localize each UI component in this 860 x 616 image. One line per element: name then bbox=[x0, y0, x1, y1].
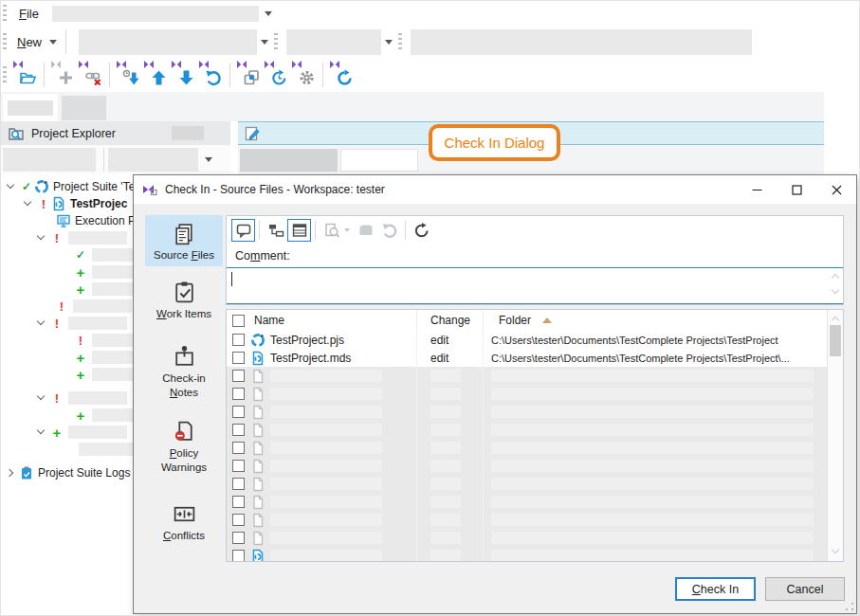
column-header-folder[interactable]: Folder bbox=[499, 314, 531, 327]
toolbar-grip[interactable] bbox=[3, 66, 7, 83]
table-row[interactable] bbox=[227, 547, 827, 562]
tree-chevron-icon[interactable] bbox=[5, 466, 19, 480]
refresh-button[interactable] bbox=[410, 219, 433, 242]
minimize-button[interactable] bbox=[737, 175, 777, 204]
select-all-checkbox[interactable] bbox=[232, 315, 245, 327]
table-row[interactable] bbox=[227, 367, 827, 385]
tree-view-button[interactable] bbox=[264, 219, 287, 242]
folder-path: C:\Users\tester\Documents\TestComplete P… bbox=[491, 353, 790, 364]
toolbar-combo[interactable] bbox=[286, 29, 381, 55]
file-type-icon bbox=[250, 513, 266, 528]
row-checkbox[interactable] bbox=[232, 460, 245, 472]
check-out-button[interactable] bbox=[170, 61, 197, 89]
row-checkbox[interactable] bbox=[232, 478, 245, 490]
get-latest-button[interactable] bbox=[115, 61, 142, 89]
column-header-change[interactable]: Change bbox=[430, 314, 470, 327]
undo-button[interactable] bbox=[377, 219, 401, 242]
sidebar-item-source-files[interactable]: Source Files bbox=[145, 215, 223, 266]
comment-input[interactable] bbox=[227, 267, 843, 304]
new-button[interactable]: New bbox=[11, 35, 46, 49]
sidebar-item-conflicts[interactable]: Conflicts bbox=[145, 496, 223, 547]
row-checkbox[interactable] bbox=[232, 352, 245, 364]
open-project-button[interactable] bbox=[11, 61, 39, 89]
chevron-down-icon[interactable] bbox=[344, 228, 350, 232]
chevron-down-icon[interactable] bbox=[832, 287, 839, 295]
toolbar-grip[interactable] bbox=[274, 33, 278, 50]
chevron-down-icon[interactable] bbox=[265, 11, 272, 16]
column-header-name[interactable]: Name bbox=[254, 314, 284, 327]
project-explorer-header[interactable]: Project Explorer bbox=[1, 121, 230, 145]
shelve-button[interactable] bbox=[354, 219, 377, 242]
dialog-titlebar[interactable]: Check In - Source Files - Workspace: tes… bbox=[134, 175, 856, 204]
maximize-button[interactable] bbox=[777, 175, 816, 204]
check-in-button[interactable] bbox=[142, 61, 170, 89]
table-row[interactable]: TestProject.mds edit C:\Users\tester\Doc… bbox=[227, 349, 827, 367]
edit-icon[interactable] bbox=[244, 125, 261, 142]
resize-grip[interactable] bbox=[845, 602, 854, 611]
find-button[interactable] bbox=[320, 219, 343, 242]
scroll-up-icon[interactable] bbox=[832, 315, 839, 322]
comment-label: Comment: bbox=[235, 249, 290, 263]
unbind-button[interactable] bbox=[77, 61, 104, 89]
active-tab[interactable] bbox=[3, 94, 58, 121]
sidebar-item-check-in-notes[interactable]: Check-in Notes bbox=[145, 338, 223, 404]
scrollbar-thumb[interactable] bbox=[830, 325, 841, 356]
panel-header-placeholder bbox=[172, 126, 204, 140]
cancel-button[interactable]: Cancel bbox=[765, 577, 845, 601]
toolbar-combo[interactable] bbox=[79, 29, 257, 55]
row-checkbox[interactable] bbox=[232, 424, 245, 436]
add-button[interactable] bbox=[49, 61, 77, 89]
menu-file[interactable]: File bbox=[11, 4, 48, 24]
row-checkbox[interactable] bbox=[232, 370, 245, 382]
sidebar-item-policy-warnings[interactable]: Policy Warnings bbox=[145, 413, 223, 479]
table-row[interactable] bbox=[227, 421, 827, 439]
toolbar-grip[interactable] bbox=[3, 5, 7, 22]
toolbar-grip[interactable] bbox=[3, 33, 7, 50]
table-row[interactable] bbox=[227, 529, 827, 547]
tab-placeholder[interactable] bbox=[340, 149, 418, 172]
undo-changes-button[interactable] bbox=[197, 61, 225, 89]
table-row[interactable]: TestProject.pjs edit C:\Users\tester\Doc… bbox=[227, 331, 827, 349]
tree-chevron-icon[interactable] bbox=[5, 180, 19, 193]
refresh-button[interactable] bbox=[328, 61, 356, 89]
tree-chevron-icon[interactable] bbox=[35, 391, 49, 405]
vertical-scrollbar[interactable] bbox=[827, 310, 843, 561]
tab-placeholder[interactable] bbox=[240, 149, 338, 172]
toolbar-grip[interactable] bbox=[398, 33, 402, 50]
compare-button[interactable] bbox=[235, 61, 263, 89]
table-row[interactable] bbox=[227, 511, 827, 529]
row-checkbox[interactable] bbox=[232, 532, 245, 544]
flat-list-button[interactable] bbox=[287, 219, 311, 242]
chevron-down-icon[interactable] bbox=[385, 40, 393, 45]
scroll-down-icon[interactable] bbox=[832, 547, 839, 554]
toolbar-separator bbox=[315, 221, 316, 240]
table-row[interactable] bbox=[227, 385, 827, 403]
chevron-down-icon[interactable] bbox=[205, 157, 212, 162]
chevron-up-icon[interactable] bbox=[832, 272, 839, 280]
row-checkbox[interactable] bbox=[232, 388, 245, 400]
tree-chevron-icon[interactable] bbox=[22, 197, 36, 210]
table-row[interactable] bbox=[227, 457, 827, 475]
tree-chevron-icon[interactable] bbox=[35, 317, 49, 330]
history-button[interactable] bbox=[263, 61, 290, 89]
row-checkbox[interactable] bbox=[232, 406, 245, 418]
chevron-down-icon[interactable] bbox=[49, 40, 57, 45]
row-checkbox[interactable] bbox=[232, 442, 245, 454]
tree-chevron-icon[interactable] bbox=[35, 231, 49, 245]
table-row[interactable] bbox=[227, 493, 827, 511]
check-in-button[interactable]: Check In bbox=[675, 577, 756, 601]
table-row[interactable] bbox=[227, 403, 827, 421]
show-comment-button[interactable] bbox=[231, 219, 255, 242]
table-row[interactable] bbox=[227, 439, 827, 457]
inactive-tab[interactable] bbox=[62, 96, 106, 120]
chevron-down-icon[interactable] bbox=[261, 40, 268, 45]
options-button[interactable] bbox=[290, 61, 318, 89]
close-button[interactable] bbox=[816, 175, 856, 204]
sidebar-item-work-items[interactable]: Work Items bbox=[145, 274, 223, 325]
tree-chevron-icon[interactable] bbox=[35, 426, 49, 439]
row-checkbox[interactable] bbox=[232, 514, 245, 526]
row-checkbox[interactable] bbox=[232, 334, 245, 346]
row-checkbox[interactable] bbox=[232, 496, 245, 508]
row-checkbox[interactable] bbox=[232, 550, 245, 562]
table-row[interactable] bbox=[227, 475, 827, 493]
